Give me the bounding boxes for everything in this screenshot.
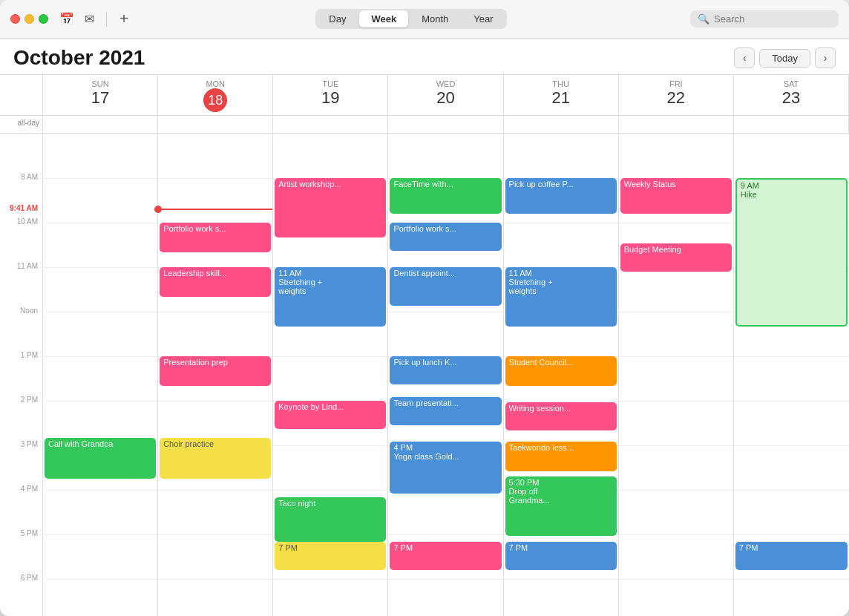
event-call-grandpa[interactable]: Call with Grandpa bbox=[45, 438, 156, 479]
day-num-fri: 22 bbox=[619, 88, 733, 108]
hour-line bbox=[158, 490, 272, 491]
hour-line bbox=[734, 445, 849, 446]
hour-line bbox=[734, 534, 849, 535]
time-grid-scroll[interactable]: 8 AM 9:41 AM 10 AM 11 AM Noon 1 PM 2 PM … bbox=[0, 134, 849, 616]
event-pickup-lunch[interactable]: Pick up lunch K... bbox=[390, 356, 501, 384]
time-label-noon: Noon bbox=[20, 307, 38, 315]
hour-line bbox=[158, 534, 272, 535]
now-line-mon bbox=[158, 209, 272, 210]
hour-line bbox=[619, 356, 733, 357]
tab-month[interactable]: Month bbox=[410, 10, 460, 27]
allday-label: all-day bbox=[0, 116, 43, 133]
search-icon: 🔍 bbox=[698, 13, 709, 24]
time-label-2pm: 2 PM bbox=[21, 396, 38, 404]
search-input[interactable] bbox=[714, 13, 831, 24]
minimize-button[interactable] bbox=[24, 14, 34, 24]
event-stretching-thu[interactable]: 11 AMStretching +weights bbox=[505, 267, 617, 327]
hour-line bbox=[388, 579, 502, 580]
event-hike[interactable]: 9 AMHike bbox=[735, 178, 848, 327]
time-label-10am: 10 AM bbox=[17, 217, 38, 226]
event-taekwondo[interactable]: Taekwondo less... bbox=[505, 442, 617, 471]
event-7pm-wed[interactable]: 7 PM bbox=[390, 542, 501, 570]
tab-year[interactable]: Year bbox=[462, 10, 505, 27]
close-button[interactable] bbox=[10, 14, 20, 24]
event-pickup-coffee[interactable]: Pick up coffee P... bbox=[505, 178, 617, 214]
event-budget-meeting[interactable]: Budget Meeting bbox=[620, 243, 732, 272]
add-event-icon[interactable]: + bbox=[116, 11, 132, 27]
time-label-4pm: 4 PM bbox=[21, 485, 38, 493]
day-num-thu: 21 bbox=[504, 88, 618, 108]
day-col-thu: Pick up coffee P... 11 AMStretching +wei… bbox=[504, 134, 619, 616]
calendar-title: October 2021 bbox=[13, 46, 145, 70]
time-label-6pm: 6 PM bbox=[21, 574, 38, 582]
hour-line bbox=[158, 178, 272, 179]
day-col-wed: FaceTime with... Portfolio work s... Den… bbox=[388, 134, 503, 616]
event-artist-workshop[interactable]: Artist workshop... bbox=[275, 178, 386, 237]
event-portfolio-mon[interactable]: Portfolio work s... bbox=[160, 223, 271, 252]
days-header: SUN 17 MON 18 TUE 19 WED 20 THU 21 bbox=[0, 75, 849, 116]
event-team-presentation[interactable]: Team presentati... bbox=[390, 397, 501, 425]
next-button[interactable]: › bbox=[815, 47, 836, 68]
day-col-sat: 9 AMHike 7 PM bbox=[734, 134, 849, 616]
hour-line bbox=[43, 356, 157, 357]
day-col-tue: Artist workshop... 11 AMStretching +weig… bbox=[273, 134, 388, 616]
event-dentist[interactable]: Dentist appoint... bbox=[390, 267, 501, 306]
day-header-thu: THU 21 bbox=[504, 75, 619, 115]
day-header-sun: SUN 17 bbox=[43, 75, 158, 115]
hour-line bbox=[43, 178, 157, 179]
hour-line bbox=[158, 401, 272, 402]
hour-line bbox=[43, 267, 157, 268]
hour-line bbox=[273, 445, 387, 446]
hour-line bbox=[273, 579, 387, 580]
allday-wed bbox=[388, 116, 503, 133]
hour-line bbox=[619, 579, 733, 580]
time-grid: 8 AM 9:41 AM 10 AM 11 AM Noon 1 PM 2 PM … bbox=[0, 134, 849, 616]
tab-day[interactable]: Day bbox=[317, 10, 358, 27]
maximize-button[interactable] bbox=[39, 14, 48, 24]
time-column: 8 AM 9:41 AM 10 AM 11 AM Noon 1 PM 2 PM … bbox=[0, 134, 43, 616]
event-7pm-thu[interactable]: 7 PM bbox=[505, 542, 617, 570]
day-col-mon: Portfolio work s... Leadership skill... … bbox=[158, 134, 273, 616]
day-header-fri: FRI 22 bbox=[619, 75, 734, 115]
calendar-header: October 2021 ‹ Today › bbox=[0, 39, 849, 75]
time-gutter-header bbox=[0, 75, 43, 115]
event-writing-session[interactable]: Writing session... bbox=[505, 402, 617, 430]
hour-line bbox=[43, 490, 157, 491]
tab-week[interactable]: Week bbox=[359, 10, 408, 27]
calendar-list-icon[interactable]: 📅 bbox=[59, 11, 75, 27]
hour-line bbox=[43, 223, 157, 223]
day-header-mon: MON 18 bbox=[158, 75, 273, 115]
event-leadership[interactable]: Leadership skill... bbox=[160, 267, 271, 297]
current-time-label: 9:41 AM bbox=[10, 204, 38, 212]
hour-line bbox=[388, 534, 502, 535]
event-keynote[interactable]: Keynote by Lind... bbox=[275, 401, 386, 429]
day-num-sun: 17 bbox=[43, 88, 157, 108]
today-button[interactable]: Today bbox=[759, 49, 810, 68]
event-7pm-tue[interactable]: 7 PM bbox=[275, 542, 386, 570]
event-weekly-status[interactable]: Weekly Status bbox=[620, 178, 732, 214]
search-box[interactable]: 🔍 bbox=[690, 10, 839, 27]
day-name-tue: TUE bbox=[273, 79, 387, 88]
hour-line bbox=[619, 534, 733, 535]
event-7pm-sat[interactable]: 7 PM bbox=[735, 542, 848, 570]
hour-line bbox=[43, 579, 157, 580]
hour-line bbox=[734, 356, 849, 357]
hour-line bbox=[734, 579, 849, 580]
now-dot bbox=[154, 206, 162, 213]
event-yoga[interactable]: 4 PMYoga class Gold... bbox=[390, 442, 501, 494]
event-choir[interactable]: Choir practice bbox=[160, 438, 271, 479]
day-name-sun: SUN bbox=[43, 79, 157, 88]
prev-button[interactable]: ‹ bbox=[734, 47, 755, 68]
hour-line bbox=[619, 401, 733, 402]
hour-line bbox=[388, 312, 502, 312]
event-portfolio-wed[interactable]: Portfolio work s... bbox=[390, 223, 501, 251]
event-facetime[interactable]: FaceTime with... bbox=[390, 178, 501, 214]
inbox-icon[interactable]: ✉ bbox=[81, 11, 97, 27]
event-dropoff-grandma[interactable]: 5:30 PMDrop offGrandma... bbox=[505, 476, 617, 536]
allday-sat bbox=[734, 116, 849, 133]
event-taco-night[interactable]: Taco night bbox=[275, 497, 386, 542]
event-stretching-tue[interactable]: 11 AMStretching +weights bbox=[275, 267, 386, 327]
event-student-council[interactable]: Student Council... bbox=[505, 356, 617, 386]
event-presentation-prep[interactable]: Presentation prep bbox=[160, 356, 271, 386]
allday-mon bbox=[158, 116, 273, 133]
